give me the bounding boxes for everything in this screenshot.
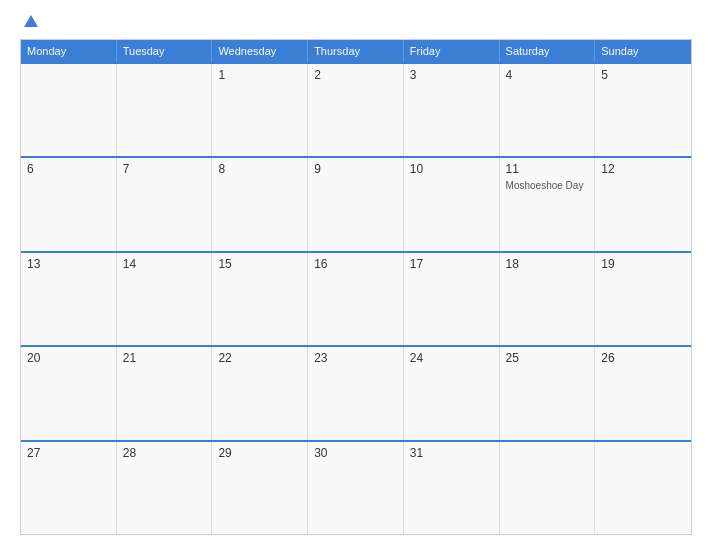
day-number: 22	[218, 351, 301, 365]
week-row-4: 20212223242526	[21, 345, 691, 439]
calendar-cell: 25	[500, 347, 596, 439]
calendar-cell: 16	[308, 253, 404, 345]
day-number: 15	[218, 257, 301, 271]
calendar-cell	[500, 442, 596, 534]
day-number: 13	[27, 257, 110, 271]
calendar-cell: 22	[212, 347, 308, 439]
day-number: 19	[601, 257, 685, 271]
calendar-cell: 5	[595, 64, 691, 156]
calendar-cell: 4	[500, 64, 596, 156]
day-number: 29	[218, 446, 301, 460]
calendar-cell: 18	[500, 253, 596, 345]
calendar-cell	[21, 64, 117, 156]
header-day-tuesday: Tuesday	[117, 40, 213, 62]
day-number: 7	[123, 162, 206, 176]
header-day-friday: Friday	[404, 40, 500, 62]
calendar-header: MondayTuesdayWednesdayThursdayFridaySatu…	[21, 40, 691, 62]
week-row-5: 2728293031	[21, 440, 691, 534]
day-number: 25	[506, 351, 589, 365]
calendar: MondayTuesdayWednesdayThursdayFridaySatu…	[20, 39, 692, 535]
calendar-cell: 2	[308, 64, 404, 156]
day-number: 28	[123, 446, 206, 460]
calendar-cell: 9	[308, 158, 404, 250]
calendar-cell: 13	[21, 253, 117, 345]
header-day-thursday: Thursday	[308, 40, 404, 62]
day-number: 24	[410, 351, 493, 365]
calendar-cell: 23	[308, 347, 404, 439]
week-row-2: 67891011Moshoeshoe Day12	[21, 156, 691, 250]
header	[20, 15, 692, 29]
day-number: 18	[506, 257, 589, 271]
calendar-cell: 14	[117, 253, 213, 345]
calendar-cell: 19	[595, 253, 691, 345]
logo	[20, 15, 38, 29]
calendar-cell: 8	[212, 158, 308, 250]
calendar-cell: 11Moshoeshoe Day	[500, 158, 596, 250]
calendar-cell: 7	[117, 158, 213, 250]
calendar-cell: 27	[21, 442, 117, 534]
day-number: 2	[314, 68, 397, 82]
week-row-1: 12345	[21, 62, 691, 156]
calendar-cell	[117, 64, 213, 156]
day-number: 5	[601, 68, 685, 82]
calendar-cell: 1	[212, 64, 308, 156]
day-number: 11	[506, 162, 589, 176]
calendar-cell: 3	[404, 64, 500, 156]
page: MondayTuesdayWednesdayThursdayFridaySatu…	[0, 0, 712, 550]
header-day-monday: Monday	[21, 40, 117, 62]
day-number: 8	[218, 162, 301, 176]
logo-triangle-icon	[24, 15, 38, 27]
calendar-cell: 30	[308, 442, 404, 534]
calendar-cell: 28	[117, 442, 213, 534]
calendar-cell: 6	[21, 158, 117, 250]
day-event: Moshoeshoe Day	[506, 180, 589, 191]
day-number: 16	[314, 257, 397, 271]
day-number: 20	[27, 351, 110, 365]
week-row-3: 13141516171819	[21, 251, 691, 345]
calendar-cell	[595, 442, 691, 534]
calendar-cell: 29	[212, 442, 308, 534]
calendar-cell: 15	[212, 253, 308, 345]
day-number: 26	[601, 351, 685, 365]
day-number: 17	[410, 257, 493, 271]
day-number: 21	[123, 351, 206, 365]
calendar-cell: 21	[117, 347, 213, 439]
calendar-cell: 17	[404, 253, 500, 345]
day-number: 1	[218, 68, 301, 82]
day-number: 30	[314, 446, 397, 460]
calendar-cell: 20	[21, 347, 117, 439]
day-number: 4	[506, 68, 589, 82]
day-number: 31	[410, 446, 493, 460]
calendar-cell: 26	[595, 347, 691, 439]
header-day-wednesday: Wednesday	[212, 40, 308, 62]
day-number: 10	[410, 162, 493, 176]
day-number: 14	[123, 257, 206, 271]
calendar-cell: 24	[404, 347, 500, 439]
header-day-sunday: Sunday	[595, 40, 691, 62]
day-number: 23	[314, 351, 397, 365]
header-day-saturday: Saturday	[500, 40, 596, 62]
calendar-cell: 10	[404, 158, 500, 250]
day-number: 6	[27, 162, 110, 176]
day-number: 3	[410, 68, 493, 82]
calendar-body: 1234567891011Moshoeshoe Day1213141516171…	[21, 62, 691, 534]
calendar-cell: 31	[404, 442, 500, 534]
calendar-cell: 12	[595, 158, 691, 250]
day-number: 12	[601, 162, 685, 176]
day-number: 9	[314, 162, 397, 176]
day-number: 27	[27, 446, 110, 460]
